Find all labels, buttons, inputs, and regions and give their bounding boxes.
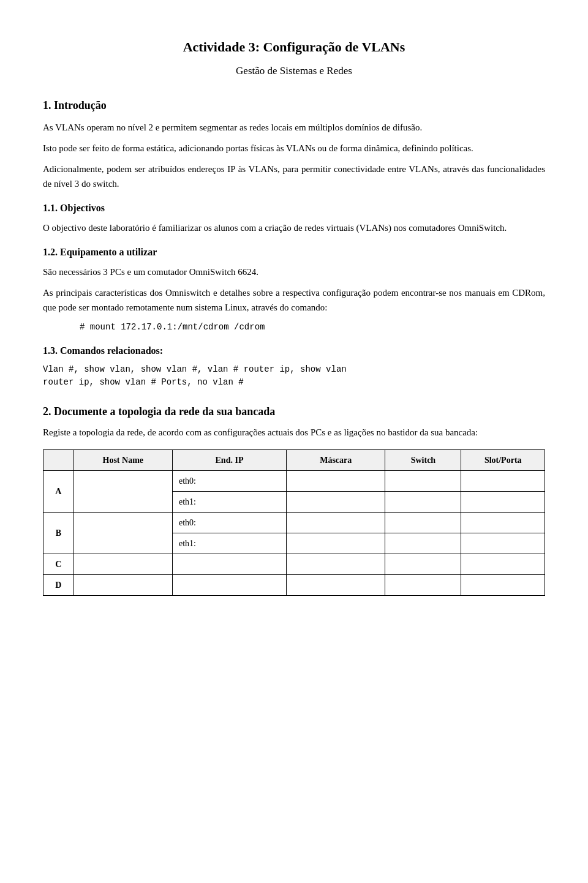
sub3-code: Vlan #, show vlan, show vlan #, vlan # r… (43, 363, 545, 389)
row-b-eth0-ip: eth0: (172, 512, 286, 533)
table-row-c: C (43, 554, 545, 574)
row-b-eth1-slot (461, 533, 545, 554)
row-b-eth0-mascara (287, 512, 385, 533)
row-d-host (74, 574, 172, 595)
main-title: Actividade 3: Configuração de VLANs (43, 37, 545, 57)
sub3-code-line1: Vlan #, show vlan, show vlan #, vlan # r… (43, 364, 347, 374)
col-header-mascara: Máscara (287, 449, 385, 470)
row-c-ip (172, 554, 286, 574)
row-b-eth1-switch (385, 533, 461, 554)
row-a-eth0-slot (461, 470, 545, 491)
row-b-host (74, 512, 172, 554)
page-container: Actividade 3: Configuração de VLANs Gest… (0, 0, 588, 883)
table-row-b-eth0: B eth0: (43, 512, 545, 533)
section1-para2: Isto pode ser feito de forma estática, a… (43, 141, 545, 156)
row-b-eth1-ip: eth1: (172, 533, 286, 554)
section2-heading: 2. Documente a topologia da rede da sua … (43, 404, 545, 420)
row-a-eth0-mascara (287, 470, 385, 491)
sub2-code: # mount 172.17.0.1:/mnt/cdrom /cdrom (80, 321, 545, 334)
sub3-code-line2: router ip, show vlan # Ports, no vlan # (43, 377, 244, 387)
section1-heading: 1. Introdução (43, 97, 545, 114)
sub3-heading: 1.3. Comandos relacionados: (43, 344, 545, 358)
sub1-para: O objectivo deste laboratório é familiar… (43, 220, 545, 235)
col-header-hostname: Host Name (74, 449, 172, 470)
row-a-host (74, 470, 172, 512)
row-b-label: B (43, 512, 74, 554)
row-a-eth1-slot (461, 491, 545, 512)
row-c-host (74, 554, 172, 574)
row-a-eth1-ip: eth1: (172, 491, 286, 512)
subtitle: Gestão de Sistemas e Redes (43, 63, 545, 79)
row-a-eth0-ip: eth0: (172, 470, 286, 491)
table-row-d: D (43, 574, 545, 595)
section1-para3: Adicionalmente, podem ser atribuídos end… (43, 162, 545, 191)
topology-table-container: Host Name End. IP Máscara Switch Slot/Po… (43, 449, 545, 596)
row-c-label: C (43, 554, 74, 574)
row-d-switch (385, 574, 461, 595)
sub2-para2: As principais características dos Omnisw… (43, 285, 545, 315)
topology-table: Host Name End. IP Máscara Switch Slot/Po… (43, 449, 545, 596)
col-header-slot: Slot/Porta (461, 449, 545, 470)
table-header-row: Host Name End. IP Máscara Switch Slot/Po… (43, 449, 545, 470)
row-b-eth0-slot (461, 512, 545, 533)
table-row-a-eth0: A eth0: (43, 470, 545, 491)
row-b-eth1-mascara (287, 533, 385, 554)
section1-para1: As VLANs operam no nível 2 e permitem se… (43, 120, 545, 135)
col-header-ip: End. IP (172, 449, 286, 470)
row-d-slot (461, 574, 545, 595)
sub1-heading: 1.1. Objectivos (43, 201, 545, 216)
row-d-label: D (43, 574, 74, 595)
sub2-heading: 1.2. Equipamento a utilizar (43, 245, 545, 260)
section2-para: Registe a topologia da rede, de acordo c… (43, 425, 545, 440)
col-header-switch: Switch (385, 449, 461, 470)
row-c-slot (461, 554, 545, 574)
row-a-eth1-switch (385, 491, 461, 512)
row-c-switch (385, 554, 461, 574)
row-c-mascara (287, 554, 385, 574)
row-d-mascara (287, 574, 385, 595)
sub2-para1: São necessários 3 PCs e um comutador Omn… (43, 265, 545, 279)
row-b-eth0-switch (385, 512, 461, 533)
row-a-eth1-mascara (287, 491, 385, 512)
row-a-eth0-switch (385, 470, 461, 491)
row-d-ip (172, 574, 286, 595)
row-a-label: A (43, 470, 74, 512)
col-header-empty (43, 449, 74, 470)
